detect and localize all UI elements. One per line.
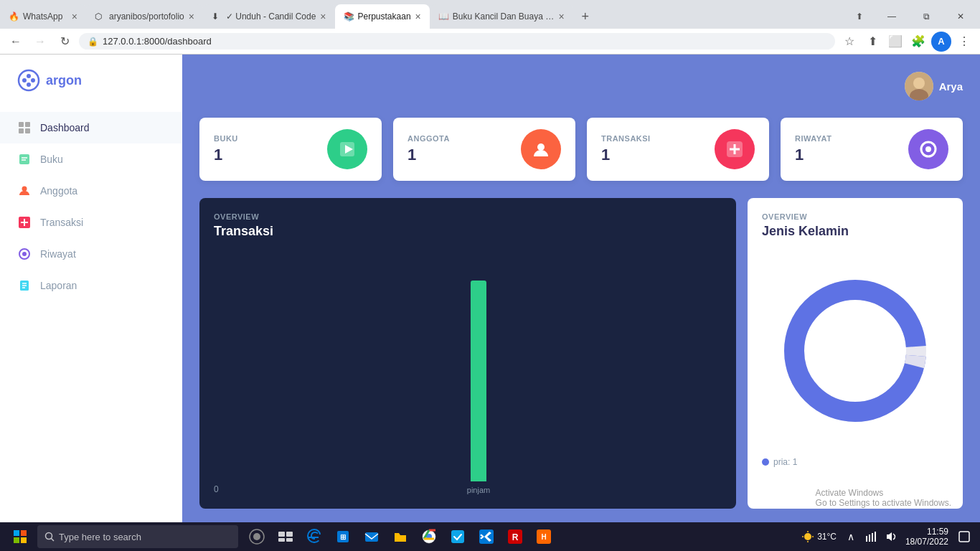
tab-perpustakaan[interactable]: 📚 Perpustakaan × xyxy=(335,4,430,29)
svg-rect-53 xyxy=(451,530,464,543)
donut-legend: pria: 1 xyxy=(762,457,948,467)
tab-title-buku-kancil: Buku Kancil Dan Buaya [ful... xyxy=(453,11,555,22)
stats-row: BUKU 1 ANGGOTA 1 xyxy=(199,118,963,181)
sidebar-item-riwayat[interactable]: Riwayat xyxy=(0,238,182,270)
back-button[interactable]: ← xyxy=(6,32,26,52)
stat-icon-transaksi xyxy=(715,129,755,169)
stat-card-anggota: ANGGOTA 1 xyxy=(393,118,575,181)
tab-portfolio[interactable]: ⬡ aryanibos/portofolio × xyxy=(86,4,203,29)
address-bar: ← → ↻ 🔒 127.0.0.1:8000/dashboard ☆ ⬆ ⬜ 🧩… xyxy=(0,29,980,55)
taskbar: Type here to search xyxy=(0,522,980,551)
clock-time: 11:59 xyxy=(905,527,948,537)
dashboard-icon xyxy=(17,121,32,135)
svg-point-43 xyxy=(253,533,260,540)
clock-date: 18/07/2022 xyxy=(905,537,948,547)
close-button[interactable]: ✕ xyxy=(944,4,977,29)
start-button[interactable] xyxy=(6,524,34,550)
sidebar-item-dashboard[interactable]: Dashboard xyxy=(0,112,182,143)
taskbar-icon-store[interactable]: ⊞ xyxy=(330,524,356,550)
riwayat-icon xyxy=(17,247,32,261)
sidebar-item-buku[interactable]: Buku xyxy=(0,143,182,175)
tab-whatsapp[interactable]: 🔥 WhatsApp × xyxy=(0,4,86,29)
svg-rect-6 xyxy=(25,122,30,127)
taskbar-icon-cortana[interactable] xyxy=(244,524,270,550)
legend-label-pria: pria: 1 xyxy=(773,457,797,467)
svg-rect-8 xyxy=(25,128,30,133)
bookmark-button[interactable]: ☆ xyxy=(839,32,859,52)
svg-rect-36 xyxy=(14,530,19,536)
forward-button[interactable]: → xyxy=(30,32,50,52)
taskbar-search[interactable]: Type here to search xyxy=(37,525,238,548)
tab-candil[interactable]: ⬇ ✓ Unduh - Candil Code × xyxy=(203,4,335,29)
main-header: Arya xyxy=(199,72,963,100)
transaksi-chart-title: Transaksi xyxy=(214,224,722,239)
legend-item-pria: pria: 1 xyxy=(762,457,948,467)
tab-close-buku-kancil[interactable]: × xyxy=(559,11,565,22)
network-icon[interactable] xyxy=(862,528,880,545)
show-hidden-icons[interactable]: ∧ xyxy=(842,528,859,545)
url-bar[interactable]: 🔒 127.0.0.1:8000/dashboard xyxy=(79,33,835,50)
svg-point-59 xyxy=(804,533,811,540)
share-button[interactable]: ⬆ xyxy=(862,32,882,52)
svg-rect-64 xyxy=(866,536,867,542)
taskbar-clock[interactable]: 11:59 18/07/2022 xyxy=(905,527,948,547)
transaksi-icon xyxy=(17,215,32,230)
taskbar-icon-files[interactable] xyxy=(387,524,413,550)
extensions-button[interactable]: 🧩 xyxy=(908,32,928,52)
stat-icon-riwayat xyxy=(908,129,948,169)
tab-close-whatsapp[interactable]: × xyxy=(72,11,77,22)
sidebar-item-anggota[interactable]: Anggota xyxy=(0,175,182,207)
bar-col-pinjam: pinjam xyxy=(235,281,722,494)
taskbar-icon-vscode[interactable] xyxy=(473,524,499,550)
svg-point-2 xyxy=(31,78,35,83)
taskbar-icon-chrome[interactable] xyxy=(416,524,442,550)
sidebar-item-laporan[interactable]: Laporan xyxy=(0,270,182,301)
svg-rect-45 xyxy=(286,532,293,537)
app-container: argon Dashboard xyxy=(0,55,980,551)
notification-button[interactable] xyxy=(954,527,974,547)
profile-button[interactable]: A xyxy=(931,32,951,52)
menu-button[interactable]: ⋮ xyxy=(954,32,974,52)
svg-rect-67 xyxy=(875,532,876,542)
bar-label-pinjam: pinjam xyxy=(467,486,490,494)
jenis-kelamin-chart-card: OVERVIEW Jenis Kelamin pria: xyxy=(748,198,963,509)
tab-close-candil[interactable]: × xyxy=(320,11,326,22)
minimize-button[interactable]: — xyxy=(875,4,908,29)
taskbar-icon-task-view[interactable] xyxy=(273,524,298,550)
svg-rect-66 xyxy=(872,533,873,542)
new-tab-button[interactable]: + xyxy=(573,4,598,29)
svg-rect-65 xyxy=(869,534,870,542)
tab-close-portfolio[interactable]: × xyxy=(189,11,194,22)
sidebar: argon Dashboard xyxy=(0,55,182,551)
tab-title-perpustakaan: Perpustakaan xyxy=(358,11,411,22)
tab-title-portfolio: aryanibos/portofolio xyxy=(109,11,184,22)
svg-rect-37 xyxy=(21,530,27,536)
taskbar-icon-unknown3[interactable]: H xyxy=(531,524,557,550)
taskbar-icon-unknown1[interactable] xyxy=(445,524,471,550)
restore-button[interactable]: ⧉ xyxy=(910,4,943,29)
taskbar-icon-mail[interactable] xyxy=(359,524,385,550)
window-controls: — ⧉ ✕ xyxy=(875,4,980,29)
svg-rect-44 xyxy=(278,532,285,537)
volume-icon[interactable] xyxy=(882,528,900,545)
main-content: Arya BUKU 1 ANGGOTA 1 xyxy=(182,55,980,551)
tab-action-restore[interactable]: ⬆ xyxy=(849,6,870,27)
sidebar-item-transaksi[interactable]: Transaksi xyxy=(0,207,182,238)
reload-button[interactable]: ↻ xyxy=(55,32,75,52)
stat-label-transaksi: TRANSAKSI xyxy=(601,134,651,143)
stat-card-buku: BUKU 1 xyxy=(199,118,382,181)
taskbar-icons: ⊞ xyxy=(244,524,557,550)
taskbar-icon-unknown2[interactable]: R xyxy=(502,524,528,550)
svg-point-40 xyxy=(46,533,52,540)
stat-label-riwayat: RIWAYAT xyxy=(795,134,831,143)
taskbar-icon-edge[interactable] xyxy=(301,524,327,550)
tab-favicon-buku-kancil: 📖 xyxy=(438,11,448,22)
tab-buku-kancil[interactable]: 📖 Buku Kancil Dan Buaya [ful... × xyxy=(430,4,573,29)
svg-rect-68 xyxy=(959,532,969,542)
svg-point-0 xyxy=(19,70,39,90)
svg-rect-50 xyxy=(365,532,378,542)
laporan-label: Laporan xyxy=(40,280,77,291)
svg-text:⊞: ⊞ xyxy=(340,533,346,541)
tablet-button[interactable]: ⬜ xyxy=(885,32,905,52)
tab-close-perpustakaan[interactable]: × xyxy=(415,11,421,22)
